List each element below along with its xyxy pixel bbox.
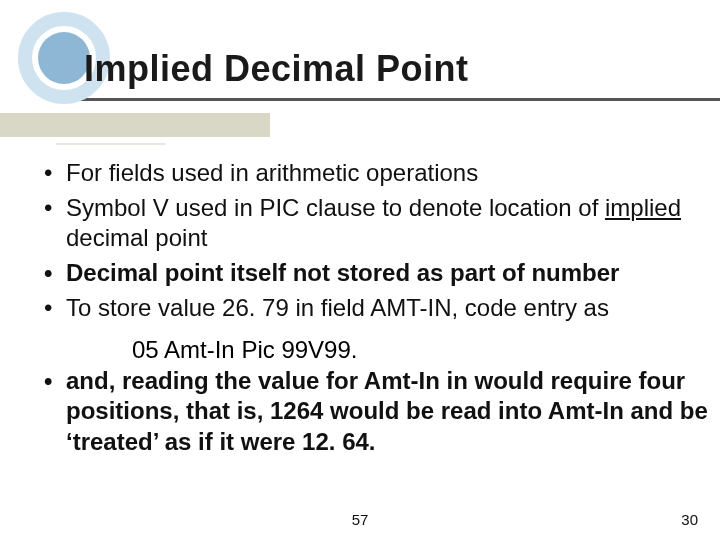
text-run: decimal point <box>66 224 207 251</box>
page-number-right: 30 <box>681 511 698 528</box>
text-underline: implied <box>605 194 681 221</box>
bullet-list: and, reading the value for Amt-In in wou… <box>40 366 720 458</box>
page-number-center: 57 <box>352 511 369 528</box>
slide: Implied Decimal Point For fields used in… <box>0 0 720 540</box>
list-item: To store value 26. 79 in field AMT-IN, c… <box>40 293 720 324</box>
list-item: and, reading the value for Amt-In in wou… <box>40 366 720 458</box>
content-area: For fields used in arithmetic operations… <box>40 158 720 462</box>
page-title: Implied Decimal Point <box>84 48 469 90</box>
bullet-list: For fields used in arithmetic operations… <box>40 158 720 324</box>
decor-band <box>0 113 270 137</box>
decor-circle-inner <box>38 32 90 84</box>
code-line: 05 Amt-In Pic 99V99. <box>132 336 720 364</box>
decor-rule-short <box>56 143 166 145</box>
decor-rule <box>66 98 720 101</box>
text-run: Symbol V used in PIC clause to denote lo… <box>66 194 605 221</box>
list-item: Symbol V used in PIC clause to denote lo… <box>40 193 720 254</box>
list-item: Decimal point itself not stored as part … <box>40 258 720 289</box>
list-item: For fields used in arithmetic operations <box>40 158 720 189</box>
